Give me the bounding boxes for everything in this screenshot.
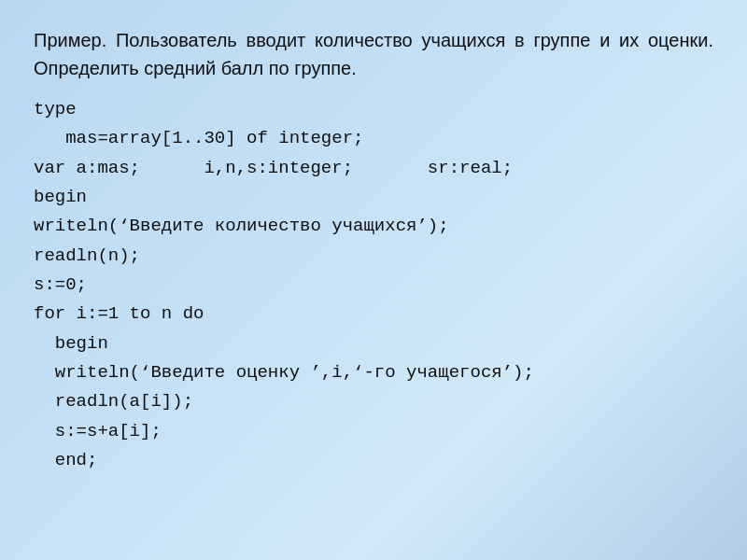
code-line-var: var a:mas; i,n,s:integer; sr:real; xyxy=(34,154,713,183)
code-line-mas: mas=array[1..30] of integer; xyxy=(34,124,713,153)
code-line-inner-end: end; xyxy=(34,446,713,475)
code-line-s0: s:=0; xyxy=(34,271,713,300)
code-line-begin: begin xyxy=(34,183,713,212)
code-line-writeln1: writeln(‘Введите количество учащихся’); xyxy=(34,212,713,241)
code-line-for: for i:=1 to n do xyxy=(34,300,713,329)
code-line-readln-n: readln(n); xyxy=(34,242,713,271)
intro-text: Пример. Пользователь вводит количество у… xyxy=(34,26,713,82)
code-line-writeln2: writeln(‘Введите оценку ’,i,‘-го учащего… xyxy=(34,358,713,387)
code-block: type mas=array[1..30] of integer; var a:… xyxy=(34,95,713,475)
code-line-s-sum: s:=s+a[i]; xyxy=(34,417,713,446)
code-line-inner-begin: begin xyxy=(34,329,713,358)
slide: Пример. Пользователь вводит количество у… xyxy=(0,0,747,560)
code-line-type: type xyxy=(34,95,713,124)
code-line-readln-ai: readln(a[i]); xyxy=(34,387,713,416)
